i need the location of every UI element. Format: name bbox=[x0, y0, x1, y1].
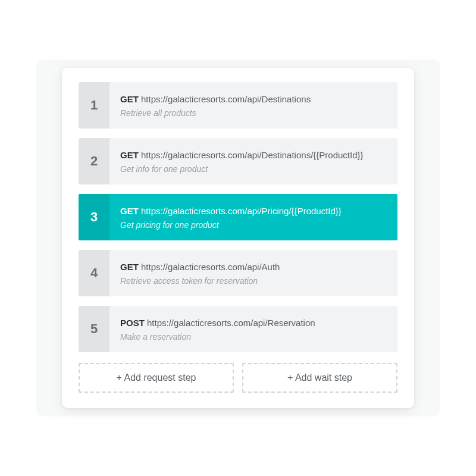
add-step-button-row: + Add request step + Add wait step bbox=[79, 363, 397, 393]
step-row[interactable]: 2 GET https://galacticresorts.com/api/De… bbox=[79, 138, 397, 184]
step-body: GET https://galacticresorts.com/api/Dest… bbox=[109, 82, 397, 129]
step-request-line: GET https://galacticresorts.com/api/Dest… bbox=[120, 149, 387, 161]
steps-panel: 1 GET https://galacticresorts.com/api/De… bbox=[62, 68, 414, 408]
step-method: GET bbox=[120, 150, 139, 160]
step-row[interactable]: 1 GET https://galacticresorts.com/api/De… bbox=[79, 82, 397, 129]
step-row[interactable]: 4 GET https://galacticresorts.com/api/Au… bbox=[79, 250, 397, 296]
step-row[interactable]: 3 GET https://galacticresorts.com/api/Pr… bbox=[79, 194, 397, 240]
step-request-line: POST https://galacticresorts.com/api/Res… bbox=[120, 317, 387, 329]
add-request-step-button[interactable]: + Add request step bbox=[79, 363, 234, 393]
step-number: 1 bbox=[79, 82, 109, 129]
step-url: https://galacticresorts.com/api/Destinat… bbox=[141, 94, 311, 104]
step-row[interactable]: 5 POST https://galacticresorts.com/api/R… bbox=[79, 306, 397, 352]
step-method: GET bbox=[120, 262, 139, 272]
step-body: GET https://galacticresorts.com/api/Pric… bbox=[109, 194, 397, 240]
step-method: GET bbox=[120, 94, 139, 104]
step-description: Make a reservation bbox=[120, 331, 387, 342]
step-request-line: GET https://galacticresorts.com/api/Dest… bbox=[120, 93, 387, 105]
step-request-line: GET https://galacticresorts.com/api/Auth bbox=[120, 261, 387, 273]
step-number: 5 bbox=[79, 306, 109, 352]
step-url: https://galacticresorts.com/api/Pricing/… bbox=[141, 206, 342, 216]
step-url: https://galacticresorts.com/api/Reservat… bbox=[147, 318, 315, 328]
step-description: Retrieve all products bbox=[120, 108, 387, 118]
step-number: 4 bbox=[79, 250, 109, 296]
step-description: Get pricing for one product bbox=[120, 220, 387, 230]
step-method: GET bbox=[120, 206, 139, 216]
step-description: Retrieve access token for reservation bbox=[120, 275, 387, 286]
step-body: POST https://galacticresorts.com/api/Res… bbox=[109, 306, 397, 352]
step-url: https://galacticresorts.com/api/Destinat… bbox=[141, 150, 364, 160]
step-number: 2 bbox=[79, 138, 109, 184]
step-method: POST bbox=[120, 318, 145, 328]
step-body: GET https://galacticresorts.com/api/Auth… bbox=[109, 250, 397, 296]
step-body: GET https://galacticresorts.com/api/Dest… bbox=[109, 138, 397, 184]
step-list: 1 GET https://galacticresorts.com/api/De… bbox=[79, 82, 397, 352]
step-description: Get info for one product bbox=[120, 164, 387, 174]
step-url: https://galacticresorts.com/api/Auth bbox=[141, 262, 280, 272]
add-wait-step-button[interactable]: + Add wait step bbox=[242, 363, 397, 393]
step-request-line: GET https://galacticresorts.com/api/Pric… bbox=[120, 205, 387, 217]
step-number: 3 bbox=[79, 194, 109, 240]
